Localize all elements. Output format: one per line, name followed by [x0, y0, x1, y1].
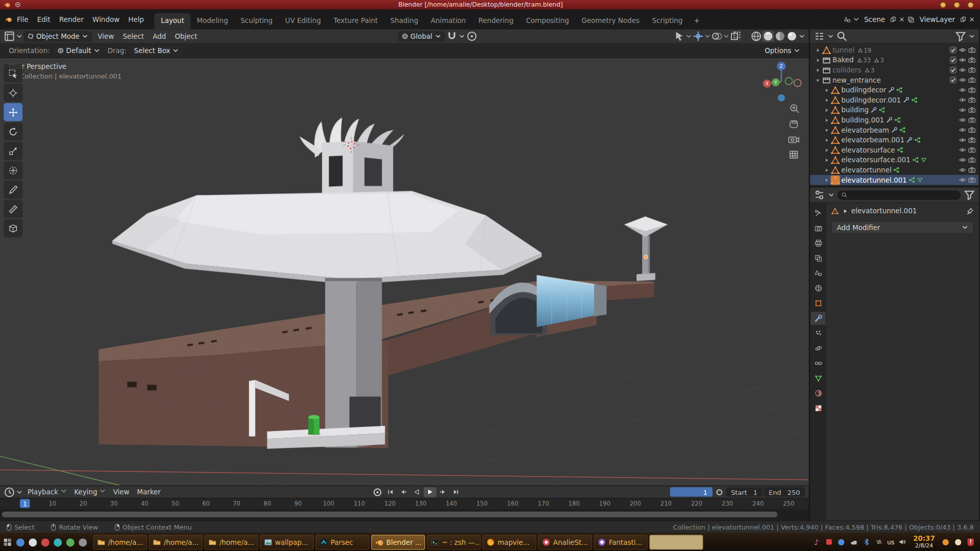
expand-toggle-icon[interactable] [822, 137, 830, 143]
launcher-app-red-icon[interactable] [40, 537, 50, 547]
disable-in-renders-icon[interactable] [967, 156, 976, 164]
gizmo-y-neg-axis[interactable] [785, 78, 792, 85]
outliner-row-budilngdecor[interactable]: budilngdecor [810, 85, 979, 95]
taskbar-window-blender-[interactable]: Blender ... [371, 535, 425, 549]
workspace-tab-uv-editing[interactable]: UV Editing [279, 13, 327, 30]
select-visibility-chevron-icon[interactable] [685, 33, 692, 39]
workspace-tab-rendering[interactable]: Rendering [472, 13, 520, 30]
green-cylinder-mesh[interactable] [307, 415, 321, 436]
tray-blue-dot-icon[interactable] [837, 538, 846, 546]
viewport-menu-object[interactable]: Object [170, 30, 202, 42]
menu-window[interactable]: Window [88, 13, 124, 25]
hide-in-viewport-icon[interactable] [958, 116, 967, 124]
tool-annotate-button[interactable] [4, 181, 22, 199]
window-maximize-button[interactable] [954, 2, 960, 8]
add-modifier-button[interactable]: Add Modifier [831, 221, 974, 233]
taskbar-window-parsec[interactable]: Parsec [315, 535, 369, 549]
hide-in-viewport-icon[interactable] [958, 96, 967, 104]
outliner-row-building-001[interactable]: building.001 [810, 115, 979, 125]
timeline-playhead[interactable]: 1 [20, 499, 30, 508]
tray-shield-icon[interactable]: ! [966, 538, 975, 546]
viewlayer-selector[interactable]: ViewLayer [917, 14, 958, 25]
disable-in-renders-icon[interactable] [967, 86, 976, 94]
disable-in-renders-icon[interactable] [967, 126, 976, 134]
launcher-app-green-icon[interactable] [65, 537, 75, 547]
disable-in-renders-icon[interactable] [967, 46, 976, 54]
properties-filter-icon[interactable] [964, 189, 975, 201]
outliner-row-elevatorbeam-001[interactable]: elevatorbeam.001 [810, 135, 979, 145]
outliner-row-elevatortunnel-001[interactable]: elevatortunnel.001 [810, 175, 979, 185]
hide-in-viewport-icon[interactable] [958, 86, 967, 94]
outliner-row-tunnel[interactable]: tunnel19 [810, 45, 979, 55]
outliner-editor-icon[interactable] [814, 31, 825, 42]
shading-solid-icon[interactable] [763, 31, 774, 42]
timeline-scrollbar[interactable] [0, 509, 808, 520]
pin-icon[interactable] [966, 207, 974, 215]
timeline-menu-marker[interactable]: Marker [133, 487, 164, 497]
outliner-filter-icon[interactable] [955, 31, 966, 42]
outliner-row-new-entrance[interactable]: new_entrance [810, 75, 979, 85]
options-dropdown[interactable]: Options [761, 45, 804, 56]
timeline-editor-chevron-icon[interactable] [16, 489, 22, 495]
taskbar-window-analiest-[interactable]: AnalieSt... [538, 535, 592, 549]
taskbar-window-fantasti-[interactable]: Fantasti... [594, 535, 647, 549]
hide-in-viewport-icon[interactable] [958, 66, 967, 74]
tool-rotate-button[interactable] [4, 122, 22, 141]
tray-orange-dot-icon[interactable] [941, 538, 950, 546]
outliner-row-elevatorsurface[interactable]: elevatorsurface [810, 145, 979, 155]
hide-in-viewport-icon[interactable] [958, 176, 967, 184]
expand-toggle-icon[interactable] [822, 127, 830, 133]
expand-toggle-icon[interactable] [822, 117, 830, 123]
timeline-menu-keying[interactable]: Keying [70, 487, 109, 497]
taskbar-window-untitled-10[interactable] [649, 535, 703, 549]
station-column-mesh[interactable] [325, 278, 382, 447]
exclude-checkbox[interactable] [948, 46, 958, 54]
expand-toggle-icon[interactable] [822, 147, 830, 153]
window-minimize-button[interactable] [940, 2, 946, 8]
editor-type-chevron-icon[interactable] [16, 33, 22, 39]
viewport-menu-view[interactable]: View [93, 30, 118, 42]
workspace-tab-scripting[interactable]: Scripting [646, 13, 689, 30]
properties-tab-world[interactable] [811, 282, 825, 295]
exclude-checkbox[interactable] [948, 76, 958, 84]
launcher-app-gray-icon[interactable] [78, 537, 88, 547]
viewport-menu-select[interactable]: Select [118, 30, 149, 42]
exclude-checkbox[interactable] [948, 66, 958, 74]
disable-in-renders-icon[interactable] [967, 76, 976, 84]
shading-rendered-icon[interactable] [786, 31, 797, 42]
mode-selector[interactable]: Object Mode [24, 31, 92, 42]
disable-in-renders-icon[interactable] [967, 106, 976, 114]
expand-toggle-icon[interactable] [814, 67, 822, 73]
tray-cloud-icon[interactable] [850, 538, 859, 546]
tool-cursor-button[interactable] [4, 84, 22, 102]
workspace-tab-texture-paint[interactable]: Texture Paint [327, 13, 384, 30]
taskbar-window-mapvie-[interactable]: mapvie... [482, 535, 536, 549]
workspace-tab-geometry-nodes[interactable]: Geometry Nodes [575, 13, 646, 30]
auto-keying-icon[interactable] [372, 486, 383, 497]
disable-in-renders-icon[interactable] [967, 56, 976, 64]
launcher-app-blue-icon[interactable] [15, 537, 25, 547]
viewlayer-new-icon[interactable] [960, 16, 966, 22]
tray-red-led-icon[interactable] [825, 538, 834, 546]
scene-selector[interactable]: Scene [862, 14, 888, 25]
properties-tab-physics[interactable] [811, 342, 825, 355]
launcher-app-light-icon[interactable] [28, 537, 38, 547]
properties-tab-material[interactable] [811, 387, 825, 400]
expand-toggle-icon[interactable] [822, 107, 830, 113]
shading-wireframe-icon[interactable] [751, 31, 762, 42]
properties-tab-object[interactable] [811, 297, 825, 310]
viewport-3d[interactable]: Z X Y [0, 58, 808, 486]
current-frame-field[interactable]: 1 [670, 487, 712, 496]
add-workspace-button[interactable]: + [689, 13, 705, 30]
hide-in-viewport-icon[interactable] [958, 146, 967, 154]
launcher-show-desktop-icon[interactable] [3, 537, 13, 547]
shading-material-icon[interactable] [774, 31, 786, 42]
taskbar-window--zsh-[interactable]: ~ : zsh —... [427, 535, 480, 549]
gizmo-x-neg-axis[interactable] [794, 80, 801, 87]
properties-tab-view-layer[interactable] [811, 252, 825, 265]
timeline-menu-view[interactable]: View [109, 487, 133, 497]
workspace-tab-modeling[interactable]: Modeling [190, 13, 234, 30]
hide-in-viewport-icon[interactable] [958, 156, 967, 164]
properties-editor-chevron-icon[interactable] [828, 192, 834, 198]
hide-in-viewport-icon[interactable] [958, 56, 967, 64]
